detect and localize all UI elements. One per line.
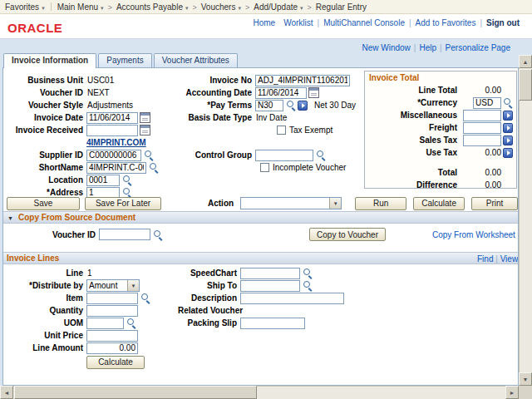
link-add-to-favorites[interactable]: Add to Favorites [416, 18, 476, 27]
location-lookup-icon[interactable] [121, 175, 132, 185]
link-home[interactable]: Home [253, 18, 275, 27]
dropdown-arrow-icon[interactable] [329, 198, 341, 209]
invoice-no-row: Invoice No [170, 74, 362, 86]
incomplete-voucher-checkbox[interactable] [260, 163, 269, 172]
header-left-column: Business Unit USC01 Voucher ID NEXT Vouc… [7, 74, 172, 199]
packing-slip-input[interactable] [240, 318, 305, 329]
accounting-date-input[interactable] [255, 87, 307, 99]
oracle-logo: ORACLE [7, 21, 62, 35]
ship-to-input[interactable] [240, 280, 300, 292]
freight-drill-icon[interactable] [503, 123, 513, 133]
vertical-scroll-thumb[interactable] [519, 69, 532, 101]
scroll-down-button[interactable] [519, 372, 532, 386]
miscellaneous-drill-icon[interactable] [503, 111, 513, 121]
save-button[interactable]: Save [7, 197, 80, 210]
currency-input[interactable] [473, 97, 501, 109]
scrollbar-corner [519, 386, 532, 399]
find-link[interactable]: Find [477, 254, 493, 264]
link-help[interactable]: Help [419, 43, 436, 52]
quantity-input[interactable] [86, 305, 138, 317]
supplier-name-link[interactable]: 4IMPRINT.COM [86, 138, 146, 147]
dropdown-arrow-icon[interactable] [127, 280, 139, 291]
copy-from-worksheet-link[interactable]: Copy From Worksheet [432, 230, 515, 239]
view-all-link[interactable]: View All [500, 254, 518, 264]
link-new-window[interactable]: New Window [362, 43, 410, 52]
breadcrumb-favorites[interactable]: Favorites [5, 2, 45, 12]
location-label: Location [7, 175, 86, 185]
page-utility-links: New Window Help Personalize Page [358, 43, 514, 52]
accounting-date-calendar-icon[interactable] [308, 87, 319, 98]
header-middle-column: Invoice No Accounting Date *Pay Terms Ne… [170, 74, 362, 174]
location-input[interactable] [86, 175, 120, 186]
pay-terms-drill-icon[interactable] [298, 101, 308, 111]
horizontal-scroll-thumb[interactable] [14, 386, 257, 399]
calculate-button[interactable]: Calculate [413, 197, 465, 210]
shortname-lookup-icon[interactable] [148, 162, 159, 173]
breadcrumb-vouchers[interactable]: Vouchers [201, 2, 241, 12]
tab-invoice-information[interactable]: Invoice Information [3, 53, 96, 68]
breadcrumb-main-menu[interactable]: Main Menu [57, 2, 104, 12]
scroll-left-button[interactable] [0, 386, 13, 399]
horizontal-scrollbar[interactable] [0, 386, 519, 399]
ship-to-lookup-icon[interactable] [302, 280, 313, 291]
copy-to-voucher-button[interactable]: Copy to Voucher [309, 228, 386, 241]
link-multichannel-console[interactable]: MultiChannel Console [323, 18, 405, 27]
invoice-received-calendar-icon[interactable] [140, 125, 150, 135]
description-input[interactable] [240, 293, 344, 304]
miscellaneous-input[interactable] [463, 110, 501, 121]
invoice-total-title: Invoice Total [365, 71, 516, 84]
scroll-up-button[interactable] [519, 55, 532, 68]
currency-lookup-icon[interactable] [502, 97, 513, 108]
link-worklist[interactable]: Worklist [283, 18, 313, 27]
line-amount-input[interactable] [86, 342, 138, 354]
pay-terms-lookup-icon[interactable] [285, 100, 296, 111]
invoice-no-input[interactable] [255, 75, 350, 86]
miscellaneous-label: Miscellaneous [385, 111, 461, 120]
item-input[interactable] [86, 293, 138, 304]
sales-tax-drill-icon[interactable] [503, 135, 513, 145]
use-tax-drill-icon[interactable] [503, 148, 513, 158]
link-sign-out[interactable]: Sign out [486, 18, 520, 27]
control-group-input[interactable] [255, 150, 313, 161]
total-label: Total [385, 168, 461, 177]
scroll-right-button[interactable] [505, 386, 519, 399]
unit-price-input[interactable] [86, 330, 138, 342]
copy-from-source-header[interactable]: Copy From Source Document [3, 211, 518, 224]
uom-lookup-icon[interactable] [126, 318, 136, 328]
copy-voucher-id-lookup-icon[interactable] [152, 229, 163, 240]
invoice-date-calendar-icon[interactable] [140, 112, 150, 123]
print-button[interactable]: Print [471, 197, 518, 210]
action-button-bar: Save Save For Later Action Run Calculate… [7, 196, 518, 210]
distribute-by-dropdown[interactable]: Amount [86, 279, 140, 292]
supplier-id-lookup-icon[interactable] [143, 150, 154, 160]
separator [409, 18, 411, 27]
supplier-id-input[interactable] [86, 150, 141, 161]
shortname-input[interactable] [86, 162, 146, 174]
tax-exempt-checkbox[interactable] [277, 126, 286, 135]
vertical-scrollbar[interactable] [519, 55, 532, 386]
accounting-date-label: Accounting Date [170, 88, 255, 97]
item-lookup-icon[interactable] [140, 293, 150, 303]
speedchart-input[interactable] [240, 268, 300, 279]
breadcrumb-accounts-payable[interactable]: Accounts Payable [116, 2, 189, 12]
freight-input[interactable] [463, 122, 501, 134]
control-group-lookup-icon[interactable] [315, 150, 326, 160]
tab-voucher-attributes[interactable]: Voucher Attributes [154, 53, 238, 67]
pay-terms-input[interactable] [255, 100, 283, 111]
invoice-date-input[interactable] [86, 112, 138, 124]
breadcrumb-current-page-label: Regular Entry [316, 2, 367, 12]
sales-tax-input[interactable] [463, 135, 501, 146]
collapse-triangle-icon[interactable] [7, 213, 13, 222]
save-for-later-button[interactable]: Save For Later [85, 197, 161, 210]
run-button[interactable]: Run [355, 197, 406, 210]
line-calculate-button[interactable]: Calculate [86, 356, 145, 369]
action-dropdown[interactable] [240, 197, 342, 209]
tab-payments[interactable]: Payments [98, 53, 151, 67]
speedchart-lookup-icon[interactable] [302, 268, 313, 278]
breadcrumb-add-update[interactable]: Add/Update [254, 2, 303, 12]
invoice-received-input[interactable] [86, 125, 138, 136]
link-personalize-page[interactable]: Personalize Page [446, 43, 510, 52]
invoice-line-left-fields: Line 1 *Distribute by Amount Item Quanti… [7, 267, 170, 368]
copy-voucher-id-input[interactable] [99, 229, 150, 240]
uom-input[interactable] [86, 318, 124, 329]
